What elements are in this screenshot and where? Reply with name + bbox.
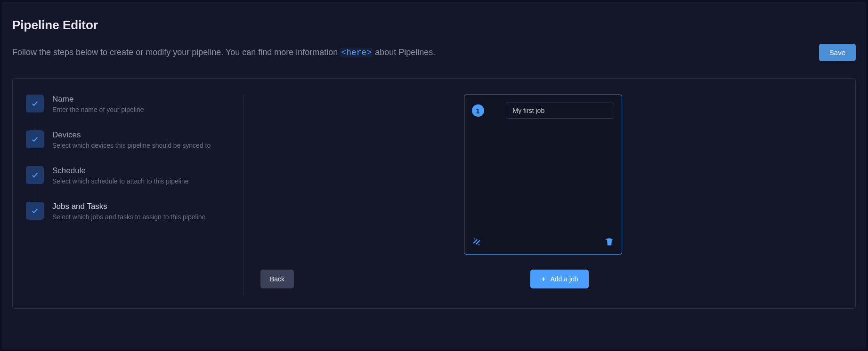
job-number-badge: 1 <box>472 104 484 117</box>
page-subtitle: Follow the steps below to create or modi… <box>12 48 435 57</box>
step-devices-title[interactable]: Devices <box>52 130 234 140</box>
check-icon <box>31 100 39 107</box>
check-icon <box>31 207 39 215</box>
step-jobs: Jobs and Tasks Select which jobs and tas… <box>26 202 234 221</box>
job-card-footer <box>472 237 614 247</box>
step-schedule-check[interactable] <box>26 166 44 184</box>
plus-icon <box>541 276 546 282</box>
step-jobs-title[interactable]: Jobs and Tasks <box>52 202 234 211</box>
back-button[interactable]: Back <box>260 270 294 288</box>
job-card[interactable]: 1 <box>464 95 622 255</box>
step-connector <box>35 184 35 201</box>
step-name-check[interactable] <box>26 95 44 112</box>
steps-column: Name Enter the name of your pipeline Dev… <box>26 95 243 295</box>
job-delete-button[interactable] <box>605 237 614 247</box>
job-name-input[interactable] <box>506 103 614 119</box>
subtitle-after: about Pipelines. <box>373 48 435 57</box>
step-devices-check[interactable] <box>26 130 44 148</box>
check-icon <box>31 136 39 143</box>
job-card-header: 1 <box>472 103 614 119</box>
check-icon <box>31 171 39 179</box>
step-jobs-text: Jobs and Tasks Select which jobs and tas… <box>52 202 234 221</box>
page-title: Pipeline Editor <box>12 18 856 32</box>
pipeline-editor-container: Pipeline Editor Follow the steps below t… <box>2 2 866 349</box>
trash-icon <box>605 237 614 247</box>
subtitle-before: Follow the steps below to create or modi… <box>12 48 340 57</box>
step-jobs-description: Select which jobs and tasks to assign to… <box>52 213 234 221</box>
step-name-title[interactable]: Name <box>52 95 234 104</box>
tools-icon <box>472 237 481 247</box>
add-job-button[interactable]: Add a job <box>530 270 588 288</box>
content-column: 1 <box>243 95 842 295</box>
footer-row: Back Add a job <box>259 270 827 288</box>
job-tools-button[interactable] <box>472 237 481 247</box>
step-devices: Devices Select which devices this pipeli… <box>26 130 234 149</box>
step-devices-text: Devices Select which devices this pipeli… <box>52 130 234 149</box>
main-panel: Name Enter the name of your pipeline Dev… <box>12 78 856 309</box>
step-name: Name Enter the name of your pipeline <box>26 95 234 113</box>
step-schedule: Schedule Select which schedule to attach… <box>26 166 234 185</box>
header-row: Follow the steps below to create or modi… <box>12 44 856 61</box>
step-schedule-text: Schedule Select which schedule to attach… <box>52 166 234 185</box>
step-jobs-check[interactable] <box>26 202 44 220</box>
docs-link[interactable]: <here> <box>340 48 373 57</box>
step-name-description: Enter the name of your pipeline <box>52 106 234 113</box>
step-schedule-title[interactable]: Schedule <box>52 166 234 176</box>
save-button[interactable]: Save <box>819 44 856 61</box>
step-devices-description: Select which devices this pipeline shoul… <box>52 142 234 149</box>
step-name-text: Name Enter the name of your pipeline <box>52 95 234 113</box>
step-connector <box>35 112 35 129</box>
add-job-label: Add a job <box>550 275 578 283</box>
step-schedule-description: Select which schedule to attach to this … <box>52 177 234 185</box>
step-connector <box>35 148 35 165</box>
